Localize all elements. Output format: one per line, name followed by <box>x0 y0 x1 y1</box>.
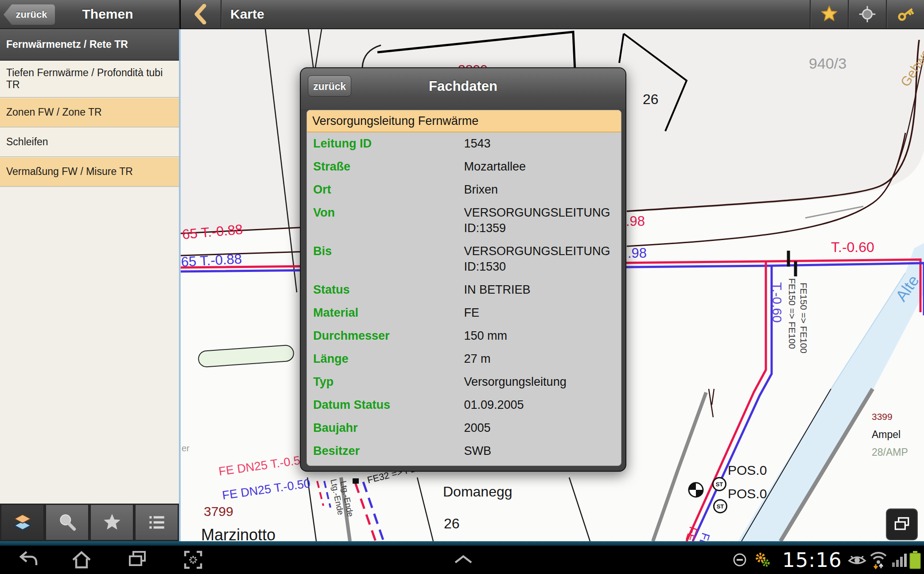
attribute-row: Besitzer SWB <box>307 440 621 463</box>
map-label: .98 <box>628 246 647 260</box>
attribute-value: IN BETRIEB <box>464 282 621 298</box>
map-label: 3799 <box>204 505 233 518</box>
divider <box>221 0 221 28</box>
attribute-value: VERSORGUNGSLEITUNG ID:1359 <box>464 205 621 236</box>
map-label: .98 <box>626 214 645 228</box>
screen: zurück Themen Karte <box>0 0 924 574</box>
attribute-row: Datum Status 01.09.2005 <box>307 394 621 417</box>
attribute-label: Material <box>307 305 464 321</box>
nav-recents-icon[interactable] <box>127 549 148 570</box>
map-label: POS.0 <box>728 464 767 477</box>
fachdaten-dialog: Fachdaten zurück Versorgungsleitung Fern… <box>300 67 626 472</box>
map-label: FE150 => FE100 <box>799 283 808 353</box>
star-icon <box>101 512 123 534</box>
attribute-row: Länge 27 m <box>307 348 621 371</box>
sidebar-item-zonen-fw[interactable]: Zonen FW / Zone TR <box>0 98 179 128</box>
list-tab-button[interactable] <box>135 504 178 540</box>
favorites-button[interactable] <box>811 0 848 28</box>
key-icon <box>895 4 916 24</box>
android-nav-bar: 15:16 <box>0 546 924 574</box>
dialog-header: Fachdaten zurück <box>301 68 625 109</box>
sidebar-item-tiefen-fernwaerme[interactable]: Tiefen Fernwärme / Profondità tubi TR <box>0 61 179 98</box>
sidebar-item-vermassung-fw[interactable]: Vermaßung FW / Misure TR <box>0 157 179 187</box>
map-bottom-border <box>0 541 924 546</box>
map-label: 65 T.-0.88 <box>181 252 242 269</box>
attribute-label: Typ <box>307 374 464 390</box>
nav-expand-chevron-icon[interactable] <box>452 549 475 570</box>
attribute-row: Leitung ID 1543 <box>307 132 621 155</box>
attribute-label: Besitzer <box>307 443 464 459</box>
attribute-value: 2005 <box>464 420 621 436</box>
attribute-label: Von <box>307 205 464 236</box>
map-label: T.-0.60 <box>770 282 784 323</box>
map-label: 26 <box>643 92 659 106</box>
dialog-content: Versorgungsleitung Fernwärme Leitung ID … <box>307 110 621 466</box>
map-label: T.-0.60 <box>831 240 874 254</box>
attribute-row: Typ Versorgungsleitung <box>307 371 621 394</box>
map-label: POS.0 <box>728 487 767 500</box>
attribute-label: Straße <box>307 159 464 175</box>
attribute-row: Status IN BETRIEB <box>307 279 621 302</box>
search-tab-button[interactable] <box>46 504 89 540</box>
attribute-value: Brixen <box>464 182 621 198</box>
sidebar-item-fernwaermenetz[interactable]: Fernwärmenetz / Rete TR <box>0 29 179 61</box>
attribute-value: FE <box>464 305 621 321</box>
attribute-label: Bis <box>307 244 464 275</box>
attribute-value: 01.09.2005 <box>464 397 621 413</box>
sidebar-item-label: Tiefen Fernwärme / Profondità tubi TR <box>6 67 173 91</box>
map-label: 3399 <box>872 412 893 421</box>
attribute-label: Leitung ID <box>307 136 464 151</box>
attribute-row: Bis VERSORGUNGSLEITUNG ID:1530 <box>307 240 621 279</box>
map-label: Ampel <box>872 430 901 440</box>
sidebar-item-label: Schleifen <box>6 136 48 148</box>
map-back-button[interactable] <box>182 0 220 28</box>
attribute-value: Mozartallee <box>464 159 621 175</box>
locate-icon <box>857 4 877 24</box>
status-wifi-icon <box>869 550 888 570</box>
map-layer-switch-button[interactable] <box>886 508 918 540</box>
sidebar-toolbar <box>0 504 179 541</box>
attribute-value: 1543 <box>464 136 621 151</box>
attribute-row: Baujahr 2005 <box>307 417 621 440</box>
status-signal-icon <box>891 552 908 568</box>
themes-header-bar: zurück Themen <box>0 0 180 29</box>
list-icon <box>146 512 168 534</box>
attribute-label: Datum Status <box>307 397 464 413</box>
attribute-label: Status <box>307 282 464 298</box>
status-smart-stay-eye-icon <box>847 553 867 567</box>
sidebar-item-schleifen[interactable]: Schleifen <box>0 128 179 157</box>
st-label: ST <box>717 503 724 510</box>
attribute-row: Straße Mozartallee <box>307 155 621 178</box>
attribute-value: Versorgungsleitung <box>464 374 621 390</box>
nav-home-icon[interactable] <box>71 549 92 570</box>
attribute-row: Von VERSORGUNGSLEITUNG ID:1359 <box>307 202 621 240</box>
attribute-row: Ort Brixen <box>307 178 621 202</box>
attribute-row: Durchmesser 150 mm <box>307 325 621 348</box>
attribute-label: Durchmesser <box>307 328 464 344</box>
attribute-label: Ort <box>307 182 464 198</box>
status-mute-icon <box>732 552 748 568</box>
map-label: 28/AMP <box>872 447 908 458</box>
nav-back-icon[interactable] <box>18 549 39 570</box>
search-icon <box>56 512 78 534</box>
status-battery-icon <box>909 550 921 570</box>
favorites-tab-button[interactable] <box>90 504 133 540</box>
map-label: 940/3 <box>809 56 846 71</box>
map-label: Marzinotto <box>201 527 276 541</box>
map-label: Domanegg <box>443 485 512 499</box>
locate-button[interactable] <box>849 0 886 28</box>
sidebar-item-label: Vermaßung FW / Misure TR <box>6 166 133 178</box>
layers-icon <box>11 511 34 534</box>
star-icon <box>819 4 839 24</box>
dialog-back-button[interactable]: zurück <box>308 75 351 97</box>
layers-tab-button[interactable] <box>1 504 44 540</box>
nav-screenshot-icon[interactable] <box>182 549 204 570</box>
st-label: ST <box>716 481 723 488</box>
attribute-value: 150 mm <box>464 328 621 344</box>
attribute-label: Länge <box>307 351 464 367</box>
attribute-value: 27 m <box>464 351 621 367</box>
sidebar-item-label: Fernwärmenetz / Rete TR <box>6 39 128 50</box>
feature-type-banner: Versorgungsleitung Fernwärme <box>307 110 621 132</box>
login-key-button[interactable] <box>887 0 924 28</box>
chevron-left-icon <box>193 4 209 24</box>
